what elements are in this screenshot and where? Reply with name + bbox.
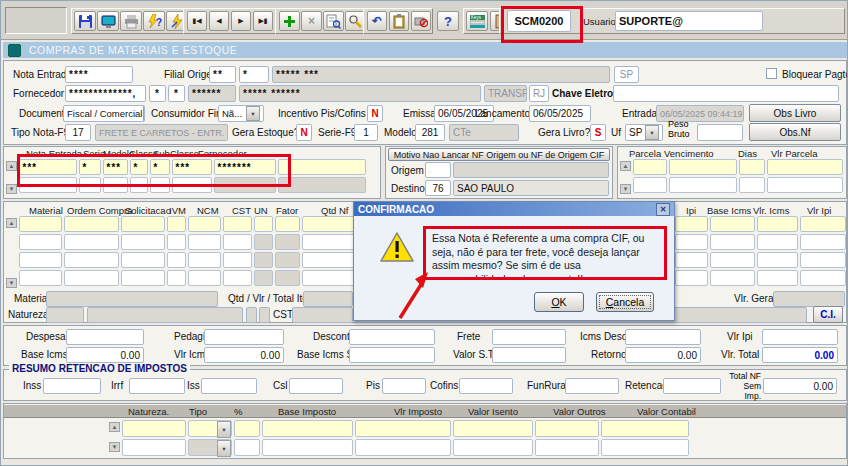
icms-deson-input[interactable]	[625, 329, 701, 345]
imposto-tipo-cell[interactable]: ▼	[188, 439, 232, 456]
item-cell[interactable]	[675, 216, 708, 232]
chevron-down-icon[interactable]: ▼	[217, 421, 231, 438]
fornecedor-digit2-input[interactable]: *	[168, 85, 185, 102]
item-cell[interactable]	[254, 216, 273, 232]
parcela-cell[interactable]	[669, 177, 737, 193]
item-cell[interactable]	[675, 252, 708, 268]
base-icms-st-input[interactable]	[349, 347, 435, 363]
vlr-ipi-input[interactable]	[762, 329, 838, 345]
print-button[interactable]	[120, 11, 142, 31]
items-down-button[interactable]: ▼	[6, 278, 17, 288]
imposto-cell[interactable]	[535, 439, 599, 456]
imposto-tipo-cell[interactable]: ▼	[188, 420, 232, 437]
imposto-cell[interactable]	[234, 439, 260, 456]
nav-last-button[interactable]: ▶▮	[253, 11, 273, 31]
modelo-input[interactable]: 281	[415, 124, 445, 141]
nota-cell[interactable]: *	[150, 159, 170, 175]
imposto-cell[interactable]	[453, 439, 533, 456]
lancamento-input[interactable]: 06/05/2025	[529, 105, 591, 122]
ok-button[interactable]: OK	[534, 292, 584, 312]
item-cell[interactable]	[167, 252, 186, 268]
delete-button[interactable]: ×	[301, 11, 322, 31]
nota-cell[interactable]: ***	[19, 159, 77, 175]
retencao-input[interactable]	[663, 378, 721, 394]
imposto-cell[interactable]	[453, 420, 533, 437]
nota-cell[interactable]: ***	[103, 159, 128, 175]
chave-eletronica-input[interactable]	[613, 85, 839, 102]
item-cell[interactable]	[710, 234, 755, 250]
transportadora-uf-field[interactable]: RJ	[529, 85, 549, 102]
item-cell[interactable]	[188, 252, 221, 268]
nav-next-button[interactable]: ▶	[231, 11, 251, 31]
item-cell[interactable]	[223, 216, 252, 232]
nav-prev-button[interactable]: ◀	[209, 11, 229, 31]
item-cell[interactable]	[19, 252, 62, 268]
item-cell[interactable]	[64, 270, 119, 286]
fornecedor-input[interactable]: *************,	[65, 85, 146, 102]
parcela-cell[interactable]	[633, 159, 667, 175]
item-cell[interactable]	[275, 216, 300, 232]
undo-button[interactable]: ↶	[367, 11, 387, 31]
parcelas-up-button[interactable]: ▲	[620, 161, 631, 171]
item-cell[interactable]	[188, 216, 221, 232]
parcela-cell[interactable]	[669, 159, 737, 175]
imposto-cell[interactable]	[262, 439, 353, 456]
item-cell[interactable]	[675, 270, 708, 286]
uf-top-field[interactable]: SP	[614, 66, 639, 83]
save-button[interactable]	[74, 11, 96, 31]
item-cell[interactable]	[121, 216, 165, 232]
item-cell[interactable]	[223, 252, 252, 268]
item-cell[interactable]	[710, 252, 755, 268]
imposto-cell[interactable]	[535, 420, 599, 437]
item-cell[interactable]	[710, 216, 755, 232]
incentivo-flag-field[interactable]: N	[367, 105, 383, 122]
obs-nf-button[interactable]: Obs.Nf	[749, 123, 841, 141]
pedagio-input[interactable]	[204, 329, 284, 345]
nota-grid-down-button[interactable]: ▼	[6, 184, 17, 194]
item-cell[interactable]	[19, 216, 62, 232]
csl-input[interactable]	[289, 378, 343, 394]
fornecedor-digit1-input[interactable]: *	[149, 85, 166, 102]
imposto-cell[interactable]	[122, 420, 186, 437]
item-cell[interactable]	[188, 234, 221, 250]
search-button[interactable]	[323, 11, 344, 31]
bloquear-pagto-checkbox[interactable]	[766, 68, 777, 79]
nota-cell[interactable]: *	[79, 159, 101, 175]
item-cell[interactable]	[800, 234, 846, 250]
parcela-cell[interactable]	[739, 177, 765, 193]
despesa-input[interactable]	[66, 329, 144, 345]
item-cell[interactable]	[121, 234, 165, 250]
iss-input[interactable]	[201, 378, 257, 394]
help-button[interactable]: ?	[437, 11, 459, 31]
nota-cell[interactable]: *	[130, 159, 148, 175]
desconto-input[interactable]	[349, 329, 435, 345]
user-input[interactable]: SUPORTE@	[615, 11, 763, 31]
inss-input[interactable]	[43, 378, 101, 394]
nota-cell[interactable]	[172, 177, 212, 193]
tipo-nota-input[interactable]: 17	[65, 124, 91, 141]
wizard-help-button[interactable]: ?	[143, 11, 165, 31]
item-cell[interactable]	[223, 270, 252, 286]
item-cell[interactable]	[675, 234, 708, 250]
chevron-down-icon[interactable]: ▼	[645, 125, 659, 140]
close-icon[interactable]: ✕	[656, 203, 670, 216]
imposto-cell[interactable]	[601, 420, 689, 437]
imposto-cell[interactable]	[355, 439, 451, 456]
documento-select[interactable]: Fiscal / Comercial▼	[63, 105, 145, 122]
impostos-down-button[interactable]: ▼	[109, 442, 120, 452]
vlr-icms-input[interactable]: 0.00	[204, 347, 284, 363]
imposto-cell[interactable]	[262, 420, 353, 437]
serie-input[interactable]: 1	[354, 124, 378, 141]
nota-cell[interactable]: ***	[172, 159, 212, 175]
item-cell[interactable]	[757, 234, 798, 250]
irrf-input[interactable]	[129, 378, 185, 394]
paste-button[interactable]	[389, 11, 409, 31]
item-cell[interactable]	[757, 252, 798, 268]
item-cell[interactable]	[121, 252, 165, 268]
items-up-button[interactable]: ▲	[6, 218, 17, 228]
item-cell[interactable]	[167, 216, 186, 232]
imposto-cell[interactable]	[601, 439, 689, 456]
chevron-down-icon[interactable]: ▼	[143, 106, 146, 121]
origem-input[interactable]	[425, 162, 451, 178]
imposto-cell[interactable]	[234, 420, 260, 437]
